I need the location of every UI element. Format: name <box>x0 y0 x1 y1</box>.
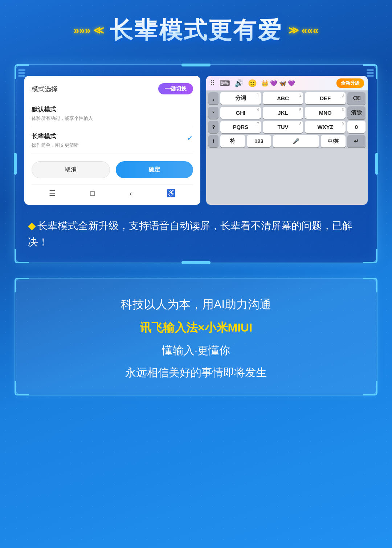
pqrs-key[interactable]: 7 PQRS <box>220 121 261 133</box>
bottom-corner-br <box>363 381 377 395</box>
keyboard-row-1: , 1 分词 2 ABC 3 DEF ⌫ <box>208 92 366 105</box>
key-num-5: 5 <box>299 108 302 112</box>
title-text: 长辈模式更有爱 <box>110 15 282 46</box>
key-num-7: 7 <box>257 122 259 126</box>
mode-title: 模式选择 <box>32 85 58 93</box>
cancel-button[interactable]: 取消 <box>32 161 110 178</box>
right-panel: ⠿ ⌨ 🔊 🙂 👑 💜 🦋 💜 全新升级 , 1 分词 <box>206 76 368 205</box>
key-num-9: 9 <box>342 122 344 126</box>
stripe <box>367 69 374 71</box>
corner-bottom-left <box>15 249 29 263</box>
mode-elder-desc: 操作简单，图文更清晰 <box>32 142 79 149</box>
mno-label: MNO <box>319 110 332 116</box>
abc-label: ABC <box>277 95 289 101</box>
space-icon: 🎤 <box>293 138 299 145</box>
keyboard-emoji-icon[interactable]: 🙂 <box>248 79 257 88</box>
clear-key[interactable]: 清除 <box>347 106 366 119</box>
stripe <box>367 72 374 74</box>
keyboard-layout-icon[interactable]: ⌨ <box>220 79 230 88</box>
key-num-4: 4 <box>257 108 259 112</box>
bottom-corner-tr <box>363 278 377 292</box>
question-label: ? <box>212 124 215 130</box>
comma-key[interactable]: , <box>208 92 219 104</box>
corner-bottom-right <box>363 249 377 263</box>
stripe <box>367 75 374 77</box>
lang-key[interactable]: 中/英 <box>321 135 346 147</box>
key-num-8: 8 <box>299 122 302 126</box>
key-num-6: 6 <box>342 108 344 112</box>
switch-button[interactable]: 一键切换 <box>158 83 193 94</box>
def-key[interactable]: 3 DEF <box>305 92 346 104</box>
mode-default-name: 默认模式 <box>32 105 193 114</box>
home-icon[interactable]: □ <box>90 189 95 198</box>
menu-icon[interactable]: ☰ <box>49 189 56 198</box>
notch-left <box>14 153 17 175</box>
space-key[interactable]: 🎤 <box>273 135 319 147</box>
description-text: ◆长辈模式全新升级，支持语音自动读屏，长辈看不清屏幕的问题，已解决！ <box>24 212 368 253</box>
bottom-corner-bl <box>15 381 29 395</box>
comma-key-label: , <box>213 95 214 101</box>
tuv-key[interactable]: 8 TUV <box>263 121 303 133</box>
exclaim-key[interactable]: ! <box>208 135 219 147</box>
back-icon[interactable]: ‹ <box>130 189 132 198</box>
key-num-1: 1 <box>257 93 259 97</box>
notch-right <box>375 153 378 175</box>
description-content: 长辈模式全新升级，支持语音自动读屏，长辈看不清屏幕的问题，已解决！ <box>28 220 352 248</box>
accessibility-icon[interactable]: ♿ <box>167 189 176 198</box>
confirm-button[interactable]: 确定 <box>116 161 193 178</box>
stripe <box>18 69 25 71</box>
navigation-bar: ☰ □ ‹ ♿ <box>32 184 193 198</box>
mode-elder-name: 长辈模式 <box>32 132 79 141</box>
lang-label: 中/英 <box>328 138 339 145</box>
tech-frame: 模式选择 一键切换 默认模式 体验所有功能，畅享个性输入 长辈模式 操作简单，图… <box>15 64 377 263</box>
wxyz-key[interactable]: 9 WXYZ <box>305 121 346 133</box>
title-arrows-left: »»» ≪ <box>74 24 104 36</box>
bullet-icon: ◆ <box>28 220 36 231</box>
ghi-key[interactable]: 4 GHI <box>220 107 261 119</box>
question-key[interactable]: ? <box>208 121 219 133</box>
mno-key[interactable]: 6 MNO <box>305 107 346 119</box>
delete-icon: ⌫ <box>353 95 360 102</box>
mode-elder-selected: 长辈模式 操作简单，图文更清晰 ✓ <box>32 132 193 149</box>
left-panel: 模式选择 一键切换 默认模式 体验所有功能，畅享个性输入 长辈模式 操作简单，图… <box>24 76 200 205</box>
bottom-line-4: 永远相信美好的事情即将发生 <box>26 365 366 380</box>
num-key[interactable]: 123 <box>247 135 271 147</box>
keyboard-row-4: ! 符 123 🎤 中/英 ↵ <box>208 135 366 147</box>
abc-key[interactable]: 2 ABC <box>263 92 303 104</box>
notch-bottom <box>181 261 211 264</box>
bottom-line-1: 科技以人为本，用AI助力沟通 <box>26 297 366 313</box>
period-key[interactable]: ° <box>208 107 219 119</box>
jkl-key[interactable]: 5 JKL <box>263 107 303 119</box>
fen-ci-label: 分词 <box>235 95 246 102</box>
bottom-line-3: 懂输入·更懂你 <box>26 343 366 358</box>
bottom-corner-tl <box>15 278 29 292</box>
symbol-key[interactable]: 符 <box>220 135 245 147</box>
keyboard-apps-icon[interactable]: ⠿ <box>210 79 215 88</box>
mode-option-elder[interactable]: 长辈模式 操作简单，图文更清晰 ✓ <box>32 127 193 154</box>
check-icon: ✓ <box>187 134 193 142</box>
notch-top <box>181 64 211 66</box>
delete-key[interactable]: ⌫ <box>347 92 366 105</box>
stripe <box>18 75 25 77</box>
fen-ci-key[interactable]: 1 分词 <box>220 92 261 105</box>
mode-elder-text: 长辈模式 操作简单，图文更清晰 <box>32 132 79 149</box>
mode-default-desc: 体验所有功能，畅享个性输入 <box>32 115 193 122</box>
stripe <box>18 72 25 74</box>
upgrade-badge: 全新升级 <box>336 78 364 88</box>
zero-key[interactable]: 0 <box>347 121 366 133</box>
jkl-label: JKL <box>278 110 288 116</box>
panels-container: 模式选择 一键切换 默认模式 体验所有功能，畅享个性输入 长辈模式 操作简单，图… <box>24 76 368 205</box>
side-stripes-right <box>367 69 374 77</box>
enter-key[interactable]: ↵ <box>347 135 366 147</box>
enter-icon: ↵ <box>354 138 359 145</box>
pqrs-label: PQRS <box>233 124 249 130</box>
mode-option-default[interactable]: 默认模式 体验所有功能，畅享个性输入 <box>32 100 193 127</box>
key-num-3: 3 <box>342 93 344 97</box>
bottom-line-2: 讯飞输入法×小米MIUI <box>26 320 366 336</box>
keyboard-sound-icon[interactable]: 🔊 <box>234 79 244 88</box>
zero-label: 0 <box>355 124 358 130</box>
num-label: 123 <box>254 138 264 144</box>
keyboard-rows: , 1 分词 2 ABC 3 DEF ⌫ <box>206 90 368 149</box>
keyboard-row-2: ° 4 GHI 5 JKL 6 MNO 清除 <box>208 106 366 119</box>
tuv-label: TUV <box>278 124 289 130</box>
